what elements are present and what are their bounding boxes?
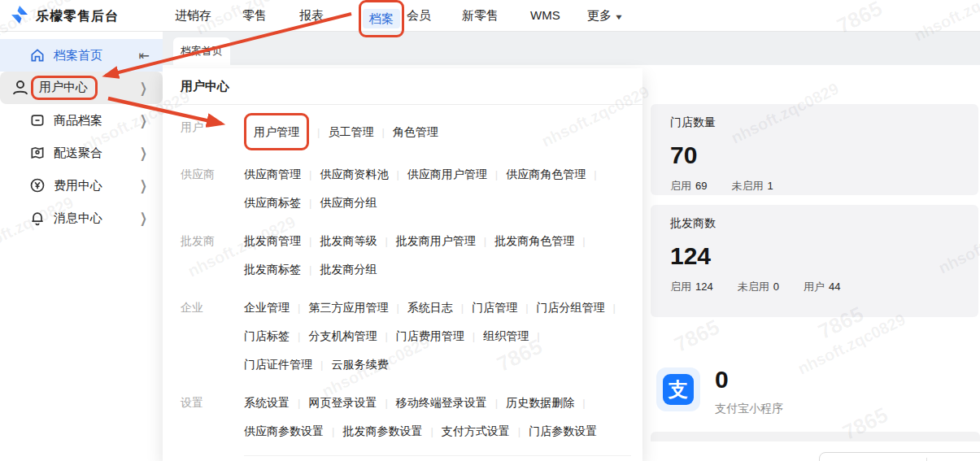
menu-item-供应商用户管理[interactable]: 供应商用户管理 — [407, 167, 487, 180]
sidebar-item-message-center[interactable]: 消息中心❯ — [0, 202, 163, 234]
menu-item-门店分组管理[interactable]: 门店分组管理 — [537, 301, 605, 314]
menu-item-供应商角色管理[interactable]: 供应商角色管理 — [506, 167, 586, 180]
menu-category-label: 用户 — [163, 113, 244, 150]
separator: | — [582, 235, 585, 247]
chevron-right-icon: ❯ — [140, 112, 147, 128]
separator: | — [430, 425, 433, 437]
nav-active-pill: 档案 — [363, 9, 400, 28]
menu-item-系统日志[interactable]: 系统日志 — [407, 301, 453, 314]
chevron-right-icon: ❯ — [140, 210, 147, 226]
separator: | — [484, 235, 486, 247]
tab-archive-home[interactable]: 档案首页 — [173, 37, 230, 65]
menu-item-批发商标签[interactable]: 批发商标签 — [244, 263, 301, 276]
menu-item-门店参数设置[interactable]: 门店参数设置 — [529, 424, 597, 437]
menu-section-企业: 企业企业管理|第三方应用管理|系统日志|门店管理|门店分组管理|门店标签|分支机… — [163, 294, 642, 379]
menu-section-设置: 设置系统设置|网页登录设置|移动终端登录设置|历史数据删除|供应商参数设置|批发… — [163, 389, 642, 446]
menu-item-门店费用管理[interactable]: 门店费用管理 — [396, 329, 464, 342]
menu-item-支付方式设置[interactable]: 支付方式设置 — [442, 424, 510, 437]
flyout-body: 用户用户管理|员工管理|角色管理供应商供应商管理|供应商资料池|供应商用户管理|… — [163, 105, 642, 461]
nav-item-5[interactable]: 会员 — [407, 0, 431, 31]
menu-item-供应商资料池[interactable]: 供应商资料池 — [320, 167, 388, 180]
menu-row: 供应商标签|供应商分组 — [244, 189, 631, 217]
separator: | — [309, 235, 311, 247]
sidebar-item-fee-center[interactable]: 费用中心❯ — [0, 169, 163, 202]
sidebar-item-goods-archive[interactable]: 商品档案❯ — [0, 104, 163, 137]
stat-label: 用户 — [804, 281, 825, 293]
menu-section-批发商: 批发商批发商管理|批发商等级|批发商用户管理|批发商角色管理|批发商标签|批发商… — [163, 227, 642, 284]
menu-item-企业管理[interactable]: 企业管理 — [244, 301, 290, 314]
menu-item-供应商参数设置[interactable]: 供应商参数设置 — [244, 424, 324, 437]
separator: | — [298, 330, 300, 342]
separator: | — [613, 302, 616, 314]
menu-category-label: 批发商 — [163, 227, 244, 284]
menu-item-门店证件管理[interactable]: 门店证件管理 — [244, 358, 312, 371]
menu-category-label: 供应商 — [163, 160, 244, 217]
annotation-box-user-center: 用户中心 — [31, 76, 98, 100]
bottom-panel-divider — [926, 458, 927, 461]
menu-item-供应商管理[interactable]: 供应商管理 — [244, 167, 301, 180]
sidebar-item-user-center[interactable]: 用户中心❯ — [0, 72, 163, 104]
menu-item-批发商用户管理[interactable]: 批发商用户管理 — [396, 234, 476, 247]
store-count-card[interactable]: 门店数量 70 启用69未启用1 — [651, 104, 978, 195]
brand-title: 乐檬零售后台 — [36, 8, 119, 25]
wholesaler-count-card[interactable]: 批发商数 124 启用124未启用0用户44 — [651, 205, 978, 317]
separator: | — [525, 302, 528, 314]
sidebar-item-label-wrap: 消息中心 — [46, 211, 102, 226]
user-icon — [11, 78, 30, 98]
card-title: 门店数量 — [670, 115, 959, 130]
menu-item-网页登录设置[interactable]: 网页登录设置 — [308, 396, 377, 409]
menu-item-分支机构管理[interactable]: 分支机构管理 — [308, 329, 377, 342]
brand[interactable]: 乐檬零售后台 — [10, 5, 119, 28]
menu-row: 供应商管理|供应商资料池|供应商用户管理|供应商角色管理| — [244, 160, 631, 189]
menu-item-批发商等级[interactable]: 批发商等级 — [320, 234, 377, 247]
sidebar-item-delivery[interactable]: 配送聚合❯ — [0, 137, 163, 169]
nav-item-8[interactable]: 更多▼ — [587, 0, 623, 31]
stat-value: 44 — [829, 281, 840, 293]
separator: | — [332, 425, 334, 437]
sidebar-item-label: 费用中心 — [54, 178, 102, 192]
menu-item-门店管理[interactable]: 门店管理 — [472, 301, 517, 314]
stat-label: 未启用 — [731, 180, 763, 192]
menu-item-批发商角色管理[interactable]: 批发商角色管理 — [494, 234, 574, 247]
menu-item-供应商标签[interactable]: 供应商标签 — [244, 196, 301, 209]
nav-item-7[interactable]: WMS — [530, 0, 560, 31]
nav-item-4[interactable]: 档案 — [359, 0, 404, 31]
nav-item-1[interactable]: 进销存 — [175, 0, 211, 31]
stat-用户: 用户44 — [804, 280, 840, 294]
collapse-sidebar-icon[interactable]: ⇤ — [139, 48, 150, 63]
menu-item-批发商管理[interactable]: 批发商管理 — [244, 234, 301, 247]
menu-item-系统设置[interactable]: 系统设置 — [244, 396, 290, 409]
menu-rows: 用户管理|员工管理|角色管理 — [244, 113, 642, 150]
separator: | — [317, 126, 320, 138]
separator: | — [381, 126, 384, 138]
nav-item-2[interactable]: 零售 — [242, 0, 267, 31]
card-stats: 启用69未启用1 — [670, 179, 959, 194]
sidebar-item-label: 档案首页 — [54, 48, 102, 62]
section-divider — [244, 455, 631, 456]
separator: | — [495, 168, 498, 180]
annotation-box-user-management: 用户管理 — [244, 113, 309, 150]
menu-item-门店标签[interactable]: 门店标签 — [244, 329, 290, 342]
menu-item-角色管理[interactable]: 角色管理 — [393, 125, 438, 138]
menu-item-批发商参数设置[interactable]: 批发商参数设置 — [342, 424, 422, 437]
menu-item-云服务续费[interactable]: 云服务续费 — [331, 358, 388, 371]
alipay-miniapp-block[interactable]: 支 0 支付宝小程序 — [656, 367, 783, 416]
menu-item-组织管理[interactable]: 组织管理 — [483, 329, 529, 342]
separator: | — [385, 330, 387, 342]
menu-item-第三方应用管理[interactable]: 第三方应用管理 — [308, 301, 388, 314]
menu-item-历史数据删除[interactable]: 历史数据删除 — [506, 396, 574, 409]
sidebar-item-archive-home[interactable]: 档案首页⇤ — [0, 39, 163, 72]
stat-启用: 启用124 — [670, 280, 713, 294]
menu-row: 门店标签|分支机构管理|门店费用管理|组织管理| — [244, 322, 631, 350]
menu-item-移动终端登录设置[interactable]: 移动终端登录设置 — [396, 396, 487, 409]
menu-item-用户管理[interactable]: 用户管理 — [254, 125, 299, 138]
menu-item-员工管理[interactable]: 员工管理 — [328, 125, 373, 138]
menu-item-供应商分组[interactable]: 供应商分组 — [320, 196, 377, 209]
menu-rows: 企业管理|第三方应用管理|系统日志|门店管理|门店分组管理|门店标签|分支机构管… — [244, 294, 642, 379]
menu-row: 系统设置|网页登录设置|移动终端登录设置|历史数据删除| — [244, 389, 631, 417]
card-value: 124 — [670, 242, 959, 270]
nav-item-3[interactable]: 报表 — [299, 0, 324, 31]
nav-item-6[interactable]: 新零售 — [462, 0, 499, 31]
stat-value: 0 — [773, 281, 779, 293]
menu-item-批发商分组[interactable]: 批发商分组 — [320, 263, 377, 276]
